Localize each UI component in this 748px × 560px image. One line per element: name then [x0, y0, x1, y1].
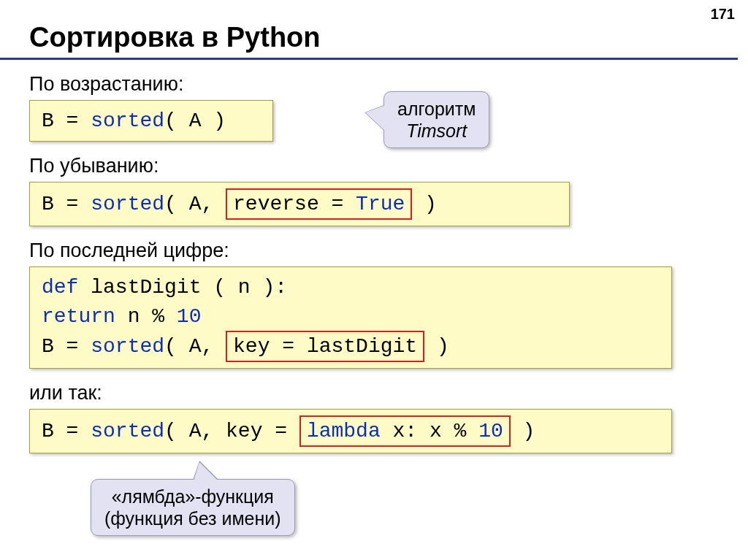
code-text: )	[424, 335, 449, 358]
code-block-lastdigit: def lastDigit ( n ): return n % 10 B = s…	[29, 266, 672, 369]
tooltip-line2: (функция без имени)	[104, 508, 281, 529]
keyword-return: return	[42, 305, 115, 328]
tooltip-timsort: алгоритм Timsort	[383, 91, 489, 148]
code-block-ascending: B = sorted( A )	[29, 100, 273, 142]
keyword-sorted: sorted	[91, 335, 164, 358]
keyword-sorted: sorted	[91, 193, 164, 215]
page-title: Сортировка в Python	[0, 0, 738, 60]
code-text: B =	[42, 335, 91, 358]
code-reverse-pre: reverse =	[233, 193, 356, 215]
code-text: ( A,	[164, 193, 226, 215]
code-text: ( A, key =	[164, 420, 299, 442]
number-ten: 10	[478, 420, 503, 442]
label-or-so: или так:	[29, 382, 748, 404]
tooltip-tail-icon	[365, 105, 386, 131]
code-text: )	[412, 193, 437, 215]
label-descending: По убыванию:	[29, 155, 748, 177]
code-block-descending: B = sorted( A, reverse = True )	[29, 182, 570, 226]
label-last-digit: По последней цифре:	[29, 239, 748, 262]
number-ten: 10	[177, 305, 202, 328]
keyword-sorted: sorted	[91, 110, 164, 132]
code-text: B =	[42, 110, 91, 132]
tooltip-line1: «лямбда»-функция	[112, 486, 274, 507]
code-text: B =	[42, 193, 91, 215]
code-text: ( A )	[164, 110, 226, 132]
keyword-sorted: sorted	[91, 420, 164, 442]
page-number: 171	[711, 6, 735, 23]
code-block-lambda: B = sorted( A, key = lambda x: x % 10 )	[29, 409, 672, 453]
code-text: x: x %	[381, 420, 478, 442]
tooltip-line2: Timsort	[406, 120, 467, 141]
highlight-reverse: reverse = True	[226, 188, 412, 220]
tooltip-lambda: «лямбда»-функция (функция без имени)	[91, 479, 295, 536]
code-text: lastDigit ( n ):	[78, 276, 287, 299]
code-text: ( A,	[164, 335, 226, 358]
tooltip-tail-icon	[194, 462, 218, 481]
keyword-def: def	[42, 276, 78, 299]
code-text: n %	[115, 305, 177, 328]
highlight-lambda: lambda x: x % 10	[299, 415, 511, 447]
keyword-lambda: lambda	[307, 420, 381, 442]
code-text: )	[511, 420, 535, 442]
keyword-true: True	[356, 193, 405, 215]
tooltip-line1: алгоритм	[397, 99, 476, 119]
highlight-key: key = lastDigit	[226, 331, 424, 362]
code-text: B =	[42, 420, 91, 442]
